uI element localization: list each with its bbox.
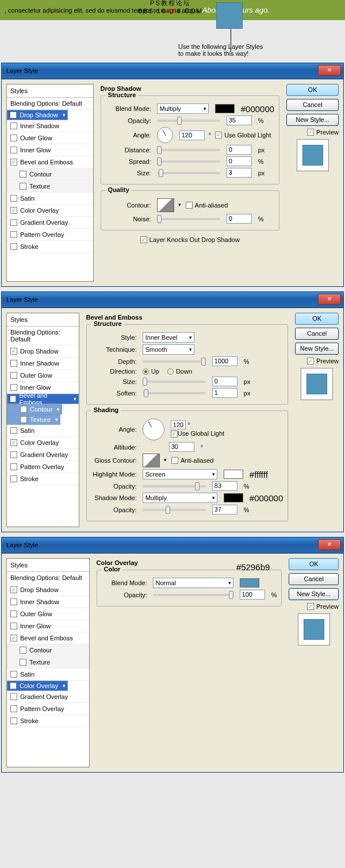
knock-out-checkbox[interactable]: ✓ <box>140 236 147 243</box>
shadow-opacity-input[interactable]: 37 <box>212 505 237 514</box>
dialog-titlebar[interactable]: Layer Style × <box>2 63 343 79</box>
new-style-button[interactable]: New Style... <box>286 114 339 126</box>
noise-input[interactable]: 0 <box>227 214 252 224</box>
style-drop-shadow[interactable]: ✓Drop Shadow <box>7 345 79 358</box>
cancel-button[interactable]: Cancel <box>295 328 339 340</box>
style-outer-glow[interactable]: Outer Glow <box>7 132 93 144</box>
style-bevel-emboss[interactable]: ✓Bevel and Emboss <box>7 394 79 404</box>
style-inner-shadow[interactable]: Inner Shadow <box>7 358 79 370</box>
new-style-button[interactable]: New Style... <box>289 588 339 600</box>
close-button[interactable]: × <box>318 65 341 76</box>
highlight-opacity-input[interactable]: 83 <box>212 481 237 491</box>
style-satin[interactable]: Satin <box>7 425 79 437</box>
style-color-overlay[interactable]: ✓Color Overlay <box>7 437 79 449</box>
style-bevel-emboss[interactable]: ✓Bevel and Emboss <box>7 156 93 168</box>
angle-input[interactable]: 120 <box>179 130 205 140</box>
style-color-overlay[interactable]: ✓Color Overlay <box>7 205 93 217</box>
highlight-color-swatch[interactable] <box>224 470 243 479</box>
style-outer-glow[interactable]: Outer Glow <box>7 608 89 620</box>
global-light-checkbox[interactable]: ✓ <box>171 431 178 437</box>
ok-button[interactable]: OK <box>295 313 339 325</box>
distance-input[interactable]: 0 <box>227 145 252 155</box>
style-contour[interactable]: Contour <box>7 404 62 414</box>
opacity-slider[interactable] <box>157 120 220 122</box>
preview-checkbox[interactable]: ✓ <box>307 603 314 610</box>
style-texture[interactable]: Texture <box>7 180 93 193</box>
style-texture[interactable]: Texture <box>7 656 89 669</box>
style-inner-shadow[interactable]: Inner Shadow <box>7 596 89 608</box>
angle-dial[interactable] <box>143 418 164 440</box>
opacity-slider[interactable] <box>153 594 233 596</box>
style-satin[interactable]: Satin <box>7 193 93 205</box>
direction-down-radio[interactable] <box>167 368 174 375</box>
noise-slider[interactable] <box>157 218 220 220</box>
style-pattern-overlay[interactable]: Pattern Overlay <box>7 461 79 473</box>
blend-mode-select[interactable]: Normal <box>153 578 233 588</box>
style-bevel-emboss[interactable]: ✓Bevel and Emboss <box>7 632 89 644</box>
close-button[interactable]: × <box>318 294 341 305</box>
angle-dial[interactable] <box>157 127 173 143</box>
style-stroke[interactable]: Stroke <box>7 715 89 727</box>
cancel-button[interactable]: Cancel <box>286 99 339 111</box>
antialiased-checkbox[interactable] <box>186 202 193 209</box>
ok-button[interactable]: OK <box>289 558 339 570</box>
direction-up-radio[interactable] <box>143 368 149 375</box>
style-inner-shadow[interactable]: Inner Shadow <box>7 120 93 132</box>
ok-button[interactable]: OK <box>286 84 339 96</box>
style-drop-shadow[interactable]: ✓Drop Shadow <box>7 110 68 120</box>
style-gradient-overlay[interactable]: Gradient Overlay <box>7 217 93 229</box>
opacity-input[interactable]: 100 <box>240 590 265 600</box>
style-outer-glow[interactable]: Outer Glow <box>7 370 79 382</box>
soften-input[interactable]: 1 <box>212 388 237 398</box>
new-style-button[interactable]: New Style... <box>295 343 339 355</box>
gloss-contour-picker[interactable] <box>143 454 160 467</box>
style-stroke[interactable]: Stroke <box>7 241 93 253</box>
spread-input[interactable]: 0 <box>227 156 252 166</box>
style-color-overlay[interactable]: ✓Color Overlay <box>7 681 68 691</box>
antialiased-checkbox[interactable] <box>171 457 178 464</box>
size-input[interactable]: 0 <box>212 377 237 386</box>
technique-select[interactable]: Smooth <box>143 344 194 355</box>
depth-input[interactable]: 1000 <box>212 356 237 366</box>
highlight-mode-select[interactable]: Screen <box>143 469 217 479</box>
contour-picker[interactable] <box>157 198 174 212</box>
dialog-titlebar[interactable]: Layer Style× <box>2 537 343 554</box>
style-contour[interactable]: Contour <box>7 644 89 656</box>
style-drop-shadow[interactable]: ✓Drop Shadow <box>7 584 89 596</box>
style-gradient-overlay[interactable]: Gradient Overlay <box>7 449 79 461</box>
overlay-color-swatch[interactable] <box>240 578 259 587</box>
shadow-mode-select[interactable]: Multiply <box>143 493 217 503</box>
style-inner-glow[interactable]: Inner Glow <box>7 620 89 632</box>
cancel-button[interactable]: Cancel <box>289 573 339 585</box>
style-gradient-overlay[interactable]: Gradient Overlay <box>7 691 89 703</box>
blending-options[interactable]: Blending Options: Default <box>7 98 93 110</box>
spread-slider[interactable] <box>157 160 220 163</box>
opacity-input[interactable]: 35 <box>227 116 252 125</box>
style-pattern-overlay[interactable]: Pattern Overlay <box>7 229 93 241</box>
style-contour[interactable]: Contour <box>7 168 93 180</box>
style-select[interactable]: Inner Bevel <box>143 332 194 343</box>
blend-mode-select[interactable]: Multiply <box>157 103 209 114</box>
style-satin[interactable]: Satin <box>7 669 89 681</box>
style-texture[interactable]: Texture <box>7 414 60 425</box>
style-inner-glow[interactable]: Inner Glow <box>7 144 93 156</box>
dialog-titlebar[interactable]: Layer Style× <box>2 292 343 308</box>
close-button[interactable]: × <box>318 539 341 550</box>
size-slider[interactable] <box>157 172 220 174</box>
shadow-opacity-slider[interactable] <box>143 509 206 511</box>
altitude-input[interactable]: 30 <box>169 442 194 452</box>
preview-checkbox[interactable]: ✓ <box>307 129 314 136</box>
depth-slider[interactable] <box>143 360 206 363</box>
shadow-color-swatch[interactable] <box>224 493 243 502</box>
size-input[interactable]: 3 <box>227 168 252 178</box>
style-stroke[interactable]: Stroke <box>7 473 79 485</box>
highlight-opacity-slider[interactable] <box>143 485 206 487</box>
global-light-checkbox[interactable]: ✓ <box>215 132 222 139</box>
style-pattern-overlay[interactable]: Pattern Overlay <box>7 703 89 715</box>
preview-checkbox[interactable]: ✓ <box>307 358 314 364</box>
soften-slider[interactable] <box>143 392 206 394</box>
size-slider[interactable] <box>143 381 206 383</box>
styles-header[interactable]: Styles <box>7 85 93 98</box>
angle-input[interactable]: 120 <box>171 420 186 429</box>
distance-slider[interactable] <box>157 149 220 151</box>
